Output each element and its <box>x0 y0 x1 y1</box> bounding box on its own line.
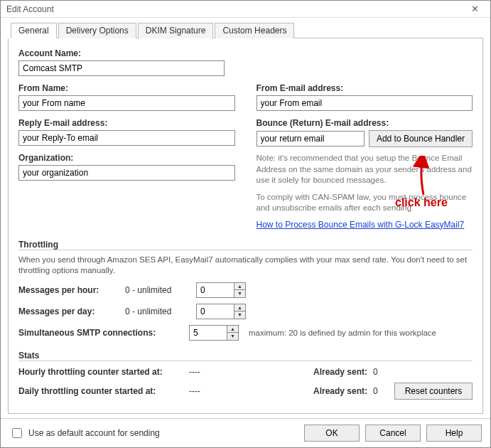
tab-custom-headers[interactable]: Custom Headers <box>215 23 294 38</box>
bounce-note-1: Note: it's recommended that you setup th… <box>257 153 473 186</box>
smtp-conn-input[interactable] <box>190 326 227 340</box>
help-button[interactable]: Help <box>426 425 482 442</box>
window-title: Edit Account <box>6 4 54 14</box>
tab-delivery-options[interactable]: Delivery Options <box>58 23 136 38</box>
edit-account-window: Edit Account ✕ General Delivery Options … <box>0 0 491 448</box>
chevron-up-icon[interactable]: ▲ <box>234 304 245 312</box>
daily-counter-value: ---- <box>189 386 232 396</box>
close-icon[interactable]: ✕ <box>462 4 487 14</box>
ok-button[interactable]: OK <box>304 425 360 442</box>
from-name-label: From Name: <box>18 83 235 93</box>
add-to-bounce-handler-button[interactable]: Add to Bounce Handler <box>369 130 473 147</box>
bounce-help-link[interactable]: How to Process Bounce Emails with G-Lock… <box>257 220 465 230</box>
reply-email-input[interactable] <box>18 130 235 146</box>
tab-strip: General Delivery Options DKIM Signature … <box>11 22 483 38</box>
daily-counter-label: Daily throttling counter started at: <box>18 386 189 396</box>
msg-per-hour-input[interactable] <box>197 283 234 297</box>
bounce-note-2: To comply with CAN-SPAM law, you must pr… <box>257 192 473 214</box>
titlebar: Edit Account ✕ <box>1 1 490 18</box>
msg-per-day-info: 0 - unlimited <box>125 306 189 316</box>
hourly-counter-value: ---- <box>189 367 232 377</box>
smtp-conn-label: Simultaneous SMTP connections: <box>18 328 182 338</box>
hourly-counter-label: Hourly throttling counter started at: <box>18 367 189 377</box>
cancel-button[interactable]: Cancel <box>365 425 421 442</box>
hourly-sent-value: 0 <box>373 367 394 377</box>
msg-per-day-label: Messages per day: <box>18 306 118 316</box>
smtp-conn-max: maximum: 20 is defined by admin for this… <box>249 329 436 337</box>
reply-email-label: Reply E-mail address: <box>18 118 235 128</box>
general-pane: Account Name: From Name: Reply E-mail ad… <box>8 38 483 414</box>
from-name-input[interactable] <box>18 95 235 111</box>
bounce-email-label: Bounce (Return) E-mail address: <box>257 118 473 128</box>
bottom-bar: Use as default account for sending OK Ca… <box>1 418 490 447</box>
msg-per-hour-info: 0 - unlimited <box>125 285 189 295</box>
account-name-input[interactable] <box>18 60 225 76</box>
msg-per-day-spinner[interactable]: ▲ ▼ <box>196 304 246 319</box>
throttling-title: Throttling <box>18 240 473 250</box>
smtp-conn-spinner[interactable]: ▲ ▼ <box>189 325 239 341</box>
organization-input[interactable] <box>18 165 235 181</box>
account-name-label: Account Name: <box>18 48 473 58</box>
daily-sent-value: 0 <box>373 386 394 396</box>
organization-label: Organization: <box>18 153 235 163</box>
msg-per-hour-spinner[interactable]: ▲ ▼ <box>196 282 246 298</box>
content-area: General Delivery Options DKIM Signature … <box>1 18 490 418</box>
reset-counters-button[interactable]: Reset counters <box>394 383 473 400</box>
chevron-down-icon[interactable]: ▼ <box>234 290 245 297</box>
tab-dkim-signature[interactable]: DKIM Signature <box>138 23 214 38</box>
from-email-input[interactable] <box>257 95 473 111</box>
msg-per-hour-label: Messages per hour: <box>18 285 118 295</box>
default-account-checkbox[interactable] <box>12 428 22 438</box>
tab-general[interactable]: General <box>11 23 57 38</box>
default-account-text: Use as default account for sending <box>28 428 160 438</box>
chevron-up-icon[interactable]: ▲ <box>234 283 245 291</box>
chevron-down-icon[interactable]: ▼ <box>227 333 238 340</box>
msg-per-day-input[interactable] <box>197 304 234 319</box>
hourly-sent-label: Already sent: <box>296 367 367 377</box>
throttling-desc: When you send through Amazon SES API, Ea… <box>18 255 473 277</box>
daily-sent-label: Already sent: <box>296 386 367 396</box>
chevron-down-icon[interactable]: ▼ <box>234 311 245 319</box>
stats-title: Stats <box>18 351 473 361</box>
chevron-up-icon[interactable]: ▲ <box>227 326 238 334</box>
default-account-checkbox-label[interactable]: Use as default account for sending <box>9 426 160 440</box>
from-email-label: From E-mail address: <box>257 83 473 93</box>
bounce-email-input[interactable] <box>257 131 365 146</box>
